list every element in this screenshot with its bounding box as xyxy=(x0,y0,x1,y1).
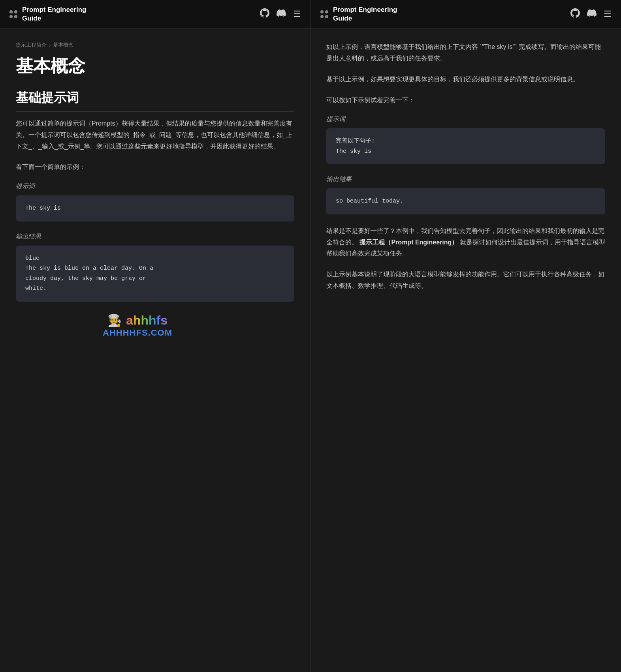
breadcrumb-separator: › xyxy=(49,42,51,48)
right-header-title: Prompt Engineering Guide xyxy=(333,6,570,23)
breadcrumb: 提示工程简介 › 基本概念 xyxy=(16,41,294,49)
right-prompt-line2: The sky is xyxy=(336,146,596,157)
github-icon-left[interactable] xyxy=(260,8,269,20)
section-title: 基础提示词 xyxy=(16,89,294,112)
right-para2: 基于以上示例，如果想要实现更具体的目标，我们还必须提供更多的背景信息或说明信息。 xyxy=(326,74,605,85)
right-para1: 如以上示例，语言模型能够基于我们给出的上下文内容 `"The sky is"` … xyxy=(326,41,605,64)
right-panel: 如以上示例，语言模型能够基于我们给出的上下文内容 `"The sky is"` … xyxy=(310,29,621,672)
right-prompt-code: 完善以下句子: The sky is xyxy=(326,128,605,164)
discord-icon-left[interactable] xyxy=(277,8,286,20)
menu-icon-right[interactable]: ☰ xyxy=(604,9,612,19)
breadcrumb-current: 基本概念 xyxy=(53,41,73,49)
simple-example-intro: 看下面一个简单的示例： xyxy=(16,161,294,173)
left-prompt-label: 提示词 xyxy=(16,182,294,191)
breadcrumb-parent[interactable]: 提示工程简介 xyxy=(16,41,47,49)
intro-body-text: 您可以通过简单的提示词（Prompts）获得大量结果，但结果的质量与您提供的信息… xyxy=(16,118,294,152)
right-header-icons: ☰ xyxy=(570,8,612,20)
left-output-code: blue The sky is blue on a clear day. On … xyxy=(16,246,294,302)
header-row: Prompt Engineering Guide ☰ Prompt Engine… xyxy=(0,0,621,29)
right-para4: 结果是不是要好一些了？本例中，我们告知模型去完善句子，因此输出的结果和我们最初的… xyxy=(326,225,605,259)
left-logo-dots xyxy=(9,10,17,18)
right-para4-bold: 提示工程（Prompt Engineering） xyxy=(359,239,458,246)
right-prompt-label: 提示词 xyxy=(326,115,605,124)
left-prompt-code: The sky is xyxy=(16,195,294,221)
right-header: Prompt Engineering Guide ☰ xyxy=(310,0,621,29)
right-output-code: so beautiful today. xyxy=(326,188,605,214)
left-header-title: Prompt Engineering Guide xyxy=(22,6,260,23)
main-content: 提示工程简介 › 基本概念 基本概念 基础提示词 您可以通过简单的提示词（Pro… xyxy=(0,29,621,672)
page-title: 基本概念 xyxy=(16,56,294,77)
right-output-label: 输出结果 xyxy=(326,175,605,184)
right-para3: 可以按如下示例试着完善一下： xyxy=(326,95,605,106)
github-icon-right[interactable] xyxy=(570,8,580,20)
discord-icon-right[interactable] xyxy=(587,8,597,20)
left-header-icons: ☰ xyxy=(260,8,301,20)
left-header: Prompt Engineering Guide ☰ xyxy=(0,0,310,29)
right-logo-dots xyxy=(320,10,328,18)
menu-icon-left[interactable]: ☰ xyxy=(293,9,301,19)
right-para5: 以上示例基本说明了现阶段的大语言模型能够发挥的功能作用。它们可以用于执行各种高级… xyxy=(326,269,605,292)
right-prompt-line1: 完善以下句子: xyxy=(336,136,596,146)
left-panel: 提示工程简介 › 基本概念 基本概念 基础提示词 您可以通过简单的提示词（Pro… xyxy=(0,29,310,672)
left-output-label: 输出结果 xyxy=(16,233,294,241)
